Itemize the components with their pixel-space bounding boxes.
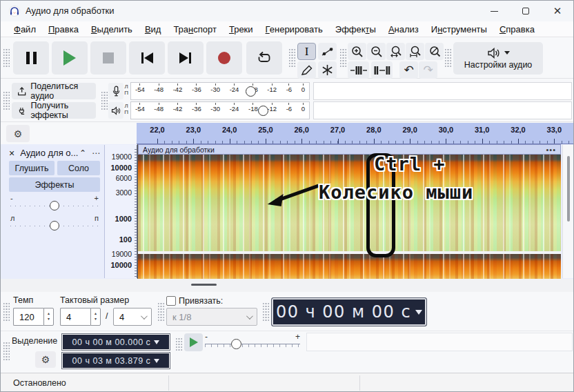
minimize-button[interactable] [478,1,510,21]
close-button[interactable]: ✕ [542,1,573,21]
zoom-out-button[interactable] [367,43,386,60]
audio-setup-grip[interactable] [445,48,451,68]
loop-button[interactable] [246,41,282,75]
zoom-in-button[interactable] [348,43,366,60]
draw-tool-button[interactable] [297,61,316,79]
vertical-scrollbar-thumb[interactable] [567,156,570,222]
snap-checkbox[interactable] [166,296,176,306]
audio-setup-button[interactable]: Настройки аудио [453,42,543,75]
frequency-ruler[interactable]: 19000100006000300010001001900010000 [105,145,137,278]
play-at-speed-button[interactable] [184,333,203,351]
spectrogram-channel-1[interactable] [138,155,561,251]
menu-item[interactable]: Файл [8,23,42,36]
pan-slider[interactable]: л п [9,214,100,232]
clip-header[interactable]: Аудио для обработки ••• [138,144,561,155]
selection-end-dropdown-icon[interactable] [154,359,159,363]
tempo-field[interactable]: 120 ▴▾ [13,308,54,326]
menu-item[interactable]: Справка [493,23,541,36]
record-meter[interactable]: -54-48-42-36-30-24-18-12-60 [130,82,310,100]
skip-to-end-button[interactable] [168,41,204,75]
zoom-toggle-button[interactable] [425,43,444,60]
undo-button[interactable]: ↶ [399,61,418,79]
playback-meter[interactable]: -54-48-42-36-30-24-18-12-60 [130,101,310,119]
playback-volume-slider[interactable] [258,106,268,116]
menu-item[interactable]: Треки [223,23,259,36]
skip-to-start-button[interactable] [129,41,165,75]
close-track-icon[interactable]: × [9,148,14,159]
record-meter-button[interactable] [108,83,123,99]
trim-audio-button[interactable] [348,61,369,79]
selection-end-field[interactable]: 00 ч 03 м 03.879 с [61,352,170,369]
time-signature-upper-field[interactable]: 4 ▴▾ [60,308,101,326]
time-signature-lower-select[interactable]: 4 [113,308,152,326]
transport-grip[interactable] [3,48,10,68]
edit-grip[interactable] [340,48,346,68]
track-title[interactable]: Аудио для о... [20,148,78,158]
selection-grip[interactable] [3,341,10,362]
audio-clip[interactable]: Аудио для обработки ••• Ctrl + Колесико … [137,144,561,279]
track-effects-button[interactable]: Эффекты [9,177,100,192]
play-button[interactable] [52,41,88,75]
menu-item[interactable]: Эффекты [329,23,382,36]
mute-button[interactable]: Глушить [9,161,55,175]
spin-up-icon: ▴ [48,311,50,317]
share-audio-button[interactable]: Поделиться аудио [12,83,96,99]
horizontal-scrollbar[interactable] [1,279,573,292]
tools-grip[interactable] [289,48,295,68]
selection-tool-button[interactable]: I [297,43,316,60]
zoom-selection-button[interactable] [386,43,405,60]
time-signature-spinner[interactable]: ▴▾ [90,308,101,326]
vertical-scrollbar[interactable] [562,145,573,278]
menu-item[interactable]: Транспорт [167,23,223,36]
record-button[interactable] [206,41,242,75]
get-effects-button[interactable]: Получить эффекты [12,102,96,119]
record-volume-slider[interactable] [246,86,256,97]
time-toolbar-grip[interactable] [3,302,10,322]
selection-options-button[interactable]: ⚙ [35,351,56,368]
track-menu-icon[interactable]: ⋯ [92,148,100,158]
menu-item[interactable]: Генерировать [259,23,329,36]
horizontal-scrollbar-thumb[interactable] [191,284,217,286]
menu-item[interactable]: Инструменты [425,23,493,36]
pause-button[interactable] [13,41,49,75]
timeline-options-button[interactable]: ⚙ [6,125,30,142]
pan-slider-thumb[interactable] [50,221,59,231]
envelope-tool-button[interactable] [318,43,337,60]
timeline-ruler[interactable]: 22,023,024,025,026,027,028,029,030,031,0… [137,123,574,144]
multi-tool-button[interactable] [318,61,337,79]
maximize-button[interactable] [510,1,542,21]
silence-audio-button[interactable] [371,61,393,79]
stop-button[interactable] [90,41,126,75]
timeline-tick-label: 26,0 [294,126,308,134]
menu-item[interactable]: Вид [139,23,168,36]
tempo-spinner[interactable]: ▴▾ [43,308,54,326]
playback-meter-button[interactable] [108,102,123,119]
play-speed-thumb[interactable] [231,339,241,349]
gain-slider-thumb[interactable] [50,201,59,210]
gain-slider[interactable]: - + [9,194,100,212]
play-speed-grip[interactable] [176,337,182,352]
spectrogram-channel-2[interactable] [138,254,561,279]
menu-item[interactable]: Анализ [382,23,425,36]
meter-grip[interactable] [101,90,108,111]
redo-button[interactable]: ↷ [419,61,437,79]
selection-start-field[interactable]: 00 ч 00 м 00.000 с [61,333,170,351]
snap-select[interactable]: к 1/8 [166,308,257,326]
menu-item[interactable]: Выделить [85,23,139,36]
menu-item[interactable]: Правка [42,23,85,36]
pause-icon [26,52,37,64]
clip-menu-icon[interactable]: ••• [546,146,556,154]
share-grip[interactable] [3,90,10,111]
audio-setup-dropdown-icon [504,51,510,55]
play-speed-slider[interactable]: - + [205,333,300,351]
collapse-track-icon[interactable]: ⌃ [79,148,86,158]
selection-start-dropdown-icon[interactable] [154,340,159,344]
zoom-fit-button[interactable] [406,43,424,60]
time-display[interactable]: 00 ч 00 м 00 с [271,297,427,326]
time-display-grip[interactable] [263,302,269,322]
snap-grip[interactable] [158,302,164,322]
time-display-dropdown-icon[interactable] [415,310,422,315]
tempo-value[interactable]: 120 [13,308,43,326]
time-signature-upper-value[interactable]: 4 [60,308,90,326]
solo-button[interactable]: Соло [57,161,100,175]
